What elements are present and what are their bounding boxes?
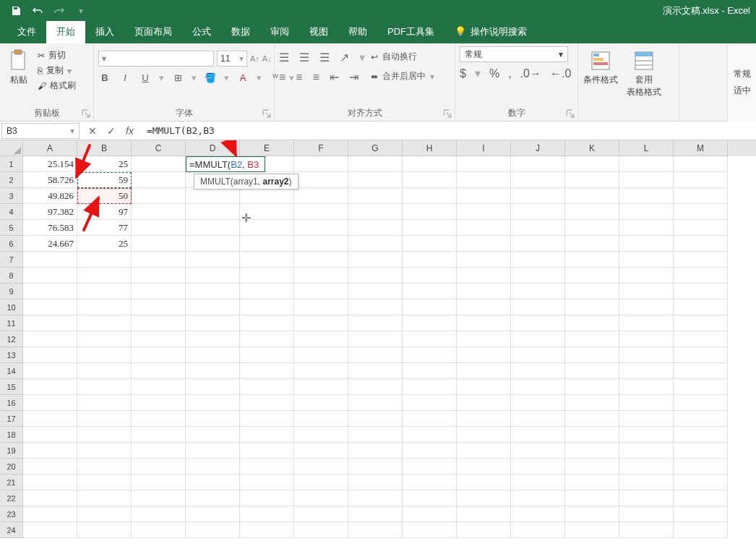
cell[interactable] (23, 284, 77, 299)
cell[interactable] (132, 411, 186, 427)
italic-button[interactable]: I (119, 72, 132, 83)
cell[interactable] (403, 236, 457, 252)
align-middle-icon[interactable]: ☰ (299, 51, 309, 64)
cell[interactable] (77, 315, 132, 331)
cell[interactable] (132, 363, 186, 379)
cancel-icon[interactable]: ✕ (88, 125, 97, 137)
cell[interactable] (186, 395, 240, 411)
cell[interactable] (77, 379, 132, 395)
cell[interactable] (294, 411, 348, 427)
cell[interactable] (240, 506, 294, 522)
cell[interactable] (619, 236, 674, 252)
cell[interactable] (619, 299, 674, 315)
cell[interactable] (294, 156, 348, 172)
cell[interactable] (403, 411, 457, 427)
cell[interactable] (240, 490, 294, 506)
cell[interactable] (23, 331, 77, 347)
dec-decimal-icon[interactable]: ←.0 (550, 67, 571, 80)
cell[interactable] (240, 299, 294, 315)
cell[interactable] (511, 236, 565, 252)
cell[interactable] (23, 363, 77, 379)
cell[interactable] (348, 427, 403, 443)
indent-dec-icon[interactable]: ⇤ (330, 70, 339, 84)
cell[interactable] (348, 395, 403, 411)
cell[interactable] (403, 156, 457, 172)
cell[interactable] (348, 379, 403, 395)
cell[interactable] (186, 459, 240, 475)
cell[interactable] (294, 188, 348, 204)
cell[interactable] (186, 331, 240, 347)
cell[interactable] (132, 236, 186, 252)
col-header[interactable]: B (77, 140, 132, 156)
cell[interactable] (294, 204, 348, 220)
cell[interactable] (348, 331, 403, 347)
cell[interactable] (348, 522, 403, 538)
cell[interactable] (77, 443, 132, 459)
cell[interactable] (132, 315, 186, 331)
cell[interactable] (77, 522, 132, 538)
tab-help[interactable]: 帮助 (338, 21, 377, 43)
cell[interactable] (186, 363, 240, 379)
cell[interactable] (457, 299, 511, 315)
cell[interactable] (240, 331, 294, 347)
cell[interactable] (511, 522, 565, 538)
cell[interactable] (457, 252, 511, 268)
cell[interactable] (77, 490, 132, 506)
cell[interactable] (619, 204, 674, 220)
comma-icon[interactable]: , (508, 67, 511, 80)
cell[interactable] (77, 459, 132, 475)
cell[interactable] (457, 411, 511, 427)
font-color-button[interactable]: A (236, 72, 249, 83)
cell[interactable] (186, 220, 240, 236)
style-normal[interactable]: 常规 (734, 68, 751, 80)
cell[interactable] (565, 490, 619, 506)
cell[interactable] (132, 475, 186, 490)
cell[interactable]: 59 (77, 172, 132, 188)
cell[interactable] (348, 284, 403, 299)
cell[interactable] (403, 395, 457, 411)
cell[interactable] (132, 490, 186, 506)
cell[interactable] (348, 506, 403, 522)
cell[interactable] (619, 268, 674, 284)
cell[interactable] (23, 347, 77, 363)
cell[interactable] (619, 443, 674, 459)
col-header[interactable]: A (23, 140, 77, 156)
cell[interactable] (186, 236, 240, 252)
row-header[interactable]: 1 (0, 156, 23, 172)
tab-data[interactable]: 数据 (221, 21, 260, 43)
cell[interactable] (240, 443, 294, 459)
cell[interactable] (240, 522, 294, 538)
row-header[interactable]: 15 (0, 379, 23, 395)
cell[interactable] (294, 475, 348, 490)
cell[interactable] (674, 379, 728, 395)
cell[interactable] (619, 172, 674, 188)
cell[interactable] (674, 331, 728, 347)
cell[interactable] (674, 204, 728, 220)
cell[interactable] (457, 506, 511, 522)
cell[interactable] (240, 427, 294, 443)
cell[interactable] (565, 172, 619, 188)
cell[interactable] (403, 363, 457, 379)
cell[interactable] (457, 427, 511, 443)
cell[interactable] (294, 395, 348, 411)
cell[interactable] (132, 204, 186, 220)
cut-button[interactable]: ✂剪切 (38, 49, 76, 61)
cell[interactable] (565, 443, 619, 459)
cell[interactable] (674, 284, 728, 299)
cell[interactable]: 24.667 (23, 236, 77, 252)
cell[interactable] (240, 395, 294, 411)
cell[interactable] (511, 188, 565, 204)
cell[interactable] (348, 411, 403, 427)
align-center-icon[interactable]: ≡ (296, 71, 302, 84)
cell[interactable] (511, 443, 565, 459)
cell[interactable] (674, 252, 728, 268)
cell[interactable] (77, 347, 132, 363)
cell[interactable] (23, 395, 77, 411)
cell[interactable] (619, 475, 674, 490)
cell[interactable] (403, 522, 457, 538)
cell[interactable] (132, 268, 186, 284)
editing-cell[interactable]: =MMULT(B2, B3 (186, 156, 265, 172)
save-icon[interactable] (9, 4, 23, 18)
cell[interactable] (619, 411, 674, 427)
cell[interactable] (294, 427, 348, 443)
